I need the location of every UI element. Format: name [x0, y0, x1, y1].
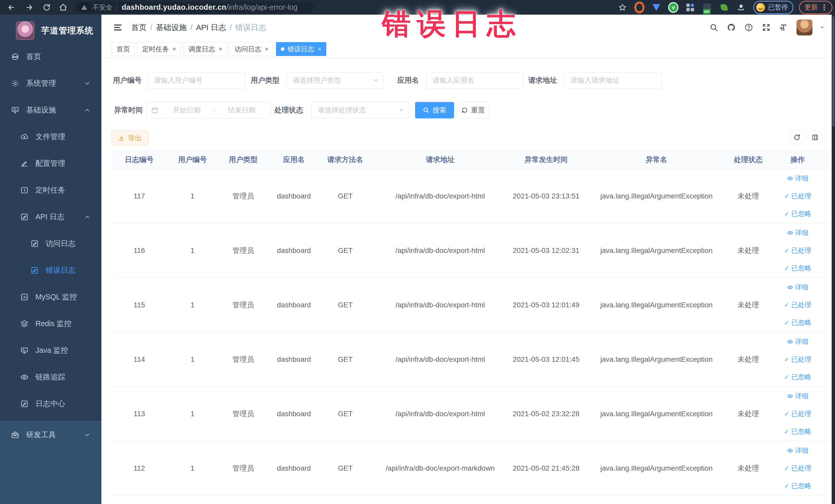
sidebar-item-研发工具[interactable]: 研发工具 — [0, 421, 101, 448]
cell-2: 管理员 — [218, 191, 268, 201]
sidebar-item-文件管理[interactable]: 文件管理 — [0, 123, 101, 150]
browser-home-icon[interactable] — [59, 3, 68, 12]
user-avatar[interactable] — [796, 20, 812, 36]
sidebar-item-链路追踪[interactable]: 链路追踪 — [0, 364, 101, 390]
cell-6: 2021-05-03 12:01:49 — [510, 301, 583, 309]
sidebar-item-java-监控[interactable]: Java 监控 — [0, 337, 101, 364]
sidebar-item-redis-监控[interactable]: Redis 监控 — [0, 310, 101, 337]
sidebar-collapse-icon[interactable] — [113, 22, 123, 33]
user-id-input[interactable] — [154, 76, 239, 85]
table-column-settings-button[interactable] — [808, 130, 822, 144]
action-link-已处理[interactable]: ✓已处理 — [784, 246, 811, 255]
scrollbar-thumb[interactable] — [832, 16, 834, 126]
sidebar-item-日志中心[interactable]: 日志中心 — [0, 390, 101, 417]
action-link-已忽略[interactable]: ✓已忽略 — [784, 318, 811, 327]
breadcrumb-item[interactable]: 基础设施 — [156, 22, 187, 33]
reset-button-label: 重置 — [471, 105, 485, 115]
extension-icon-grid[interactable] — [685, 2, 695, 13]
export-button[interactable]: 导出 — [111, 131, 148, 146]
tab-close-icon[interactable]: × — [219, 46, 222, 52]
action-link-详细[interactable]: 详细 — [787, 446, 809, 455]
avatar-caret-down-icon[interactable] — [817, 22, 827, 33]
action-link-已忽略[interactable]: ✓已忽略 — [784, 372, 811, 382]
filter-label-exception-time: 异常时间 — [114, 102, 143, 118]
column-header-8: 处理状态 — [730, 155, 766, 165]
reset-button[interactable]: 重置 — [457, 102, 489, 118]
help-icon[interactable] — [744, 22, 754, 33]
sidebar-item-系统管理[interactable]: 系统管理 — [0, 70, 101, 97]
address-bar[interactable]: 不安全 dashboard.yudao.iocoder.cn/infra/log… — [74, 2, 314, 13]
tab-close-icon[interactable]: × — [318, 46, 321, 52]
user-type-select[interactable] — [286, 72, 384, 88]
sidebar-logo-row[interactable]: 芋道管理系统 — [0, 15, 101, 40]
action-link-已处理[interactable]: ✓已处理 — [784, 191, 811, 201]
sidebar-item-label: 错误日志 — [46, 265, 76, 276]
request-url-input[interactable] — [570, 76, 656, 85]
sidebar-item-api-日志[interactable]: API 日志 — [0, 204, 101, 230]
cell-4: GET — [320, 301, 371, 309]
user-type-select-input[interactable] — [292, 76, 378, 85]
sidebar-item-定时任务[interactable]: 定时任务 — [0, 177, 101, 204]
tab-首页[interactable]: 首页 — [111, 42, 135, 56]
action-link-详细[interactable]: 详细 — [787, 228, 809, 237]
extension-icon-blue-shield[interactable] — [651, 2, 661, 13]
action-label: 已忽略 — [791, 481, 811, 490]
tab-访问日志[interactable]: 访问日志× — [230, 42, 273, 56]
chrome-update-pill[interactable]: 更新 ⋮ — [799, 1, 832, 14]
chrome-profile-pill[interactable]: 已暂停 — [753, 1, 793, 14]
tab-close-icon[interactable]: × — [172, 46, 176, 52]
breadcrumb-item[interactable]: API 日志 — [196, 22, 226, 33]
bookmark-star-icon[interactable] — [617, 2, 628, 13]
log-edit-icon — [30, 239, 39, 248]
sidebar-item-配置管理[interactable]: 配置管理 — [0, 150, 101, 177]
search-icon[interactable] — [709, 22, 719, 33]
tab-错误日志[interactable]: 错误日志× — [276, 42, 326, 56]
browser-menu-kebab-icon[interactable]: ⋮ — [820, 5, 828, 10]
sidebar-item-首页[interactable]: 首页 — [0, 43, 101, 70]
sidebar-item-mysql-监控[interactable]: MySQL 监控 — [0, 284, 101, 310]
action-link-已处理[interactable]: ✓已处理 — [784, 300, 811, 309]
action-link-已忽略[interactable]: ✓已忽略 — [784, 209, 811, 218]
extension-icon-leaf[interactable] — [719, 2, 729, 13]
sidebar-item-错误日志[interactable]: 错误日志 — [0, 257, 101, 284]
extensions-puzzle-icon[interactable] — [736, 2, 746, 13]
site-security-chip[interactable] — [79, 2, 90, 13]
sidebar-item-访问日志[interactable]: 访问日志 — [0, 230, 101, 257]
exception-time-range-picker[interactable]: 开始日期 - 结束日期 — [146, 102, 271, 118]
action-link-已忽略[interactable]: ✓已忽略 — [784, 481, 811, 490]
action-link-已忽略[interactable]: ✓已忽略 — [784, 427, 811, 436]
breadcrumb-separator: / — [229, 23, 231, 32]
process-status-select[interactable] — [311, 102, 409, 118]
action-link-已处理[interactable]: ✓已处理 — [784, 355, 811, 364]
browser-reload-icon[interactable] — [42, 3, 51, 12]
tab-定时任务[interactable]: 定时任务× — [137, 42, 181, 56]
browser-back-icon[interactable] — [7, 3, 16, 12]
sidebar-item-基础设施[interactable]: 基础设施 — [0, 97, 101, 123]
action-link-详细[interactable]: 详细 — [787, 337, 809, 346]
action-link-已处理[interactable]: ✓已处理 — [784, 409, 811, 418]
security-label: 不安全 — [93, 3, 113, 12]
action-link-详细[interactable]: 详细 — [787, 174, 809, 183]
browser-forward-icon[interactable] — [25, 3, 34, 12]
table-refresh-button[interactable] — [790, 130, 804, 144]
action-link-已忽略[interactable]: ✓已忽略 — [784, 264, 811, 273]
action-label: 已处理 — [791, 246, 811, 255]
fullscreen-icon[interactable] — [761, 22, 771, 33]
extension-icon-orange-ring[interactable] — [634, 2, 645, 13]
app-title: 芋道管理系统 — [41, 25, 94, 37]
search-button[interactable]: 搜索 — [415, 102, 454, 118]
font-size-icon[interactable] — [778, 22, 789, 33]
tab-调度日志[interactable]: 调度日志× — [184, 42, 227, 56]
action-link-详细[interactable]: 详细 — [787, 391, 809, 401]
action-link-详细[interactable]: 详细 — [787, 283, 809, 292]
extension-icon-green-check[interactable]: v — [668, 2, 678, 13]
extension-icon-on-badge[interactable]: on — [702, 2, 712, 13]
tab-close-icon[interactable]: × — [265, 46, 268, 52]
action-link-已处理[interactable]: ✓已处理 — [784, 464, 811, 473]
cell-3: dashboard — [268, 301, 320, 309]
page-scrollbar[interactable] — [832, 15, 835, 504]
app-name-input[interactable] — [432, 76, 518, 85]
breadcrumb-item[interactable]: 首页 — [131, 22, 147, 33]
process-status-select-input[interactable] — [317, 106, 404, 115]
github-icon[interactable] — [726, 22, 736, 33]
